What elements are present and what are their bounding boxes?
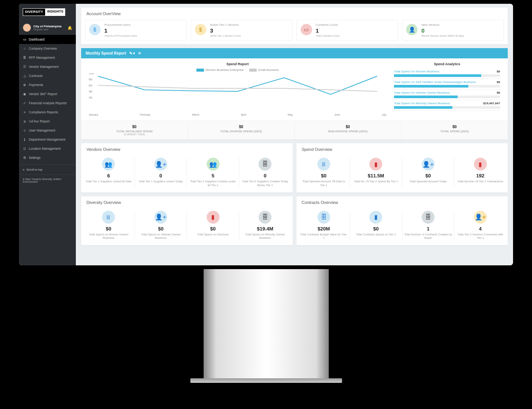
sidebar-item-settings[interactable]: ⚙Settings <box>19 153 76 162</box>
analytics-label: Total Spend On Women Business <box>394 70 439 73</box>
user-row[interactable]: City of Philadelphia Regular user 🔔 <box>19 20 76 35</box>
sidebar-footer: A Step Towards Diversity Unified Environ… <box>19 175 76 186</box>
nav-icon: ≣ <box>23 56 27 60</box>
stat-label: Total Tier-2 Suppliers Created Today Bel… <box>241 180 290 187</box>
edit-icon[interactable]: ✎ ▾ <box>129 51 135 55</box>
stat-icon: 👤+ <box>154 211 167 224</box>
main-content: Account OverView $Procurement Users1Tota… <box>76 4 513 265</box>
kpi-sublabel: Total No.Of Procurment Users <box>104 34 183 37</box>
analytics-title: Spend Analytics <box>394 62 500 66</box>
nav-icon: ⫿ <box>23 138 27 141</box>
stat-icon: 👤+ <box>154 158 167 171</box>
sidebar-item-location-management[interactable]: ⊙Location Management <box>19 144 76 153</box>
stat-card: 🗄$19.4MTotal Spend on Minority Owned Bus… <box>239 211 291 240</box>
nav-icon: ⊕ <box>23 83 27 87</box>
spend-analytics: Spend Analytics Total Spend On Women Bus… <box>390 62 504 117</box>
sidebar-item-financial-analysis-reports[interactable]: ⤢Financial Analysis Reports <box>19 99 76 108</box>
total-sublabel: [CURRENT YEAR] <box>83 133 186 136</box>
bell-icon[interactable]: 🔔 <box>67 26 72 30</box>
stat-icon: 🗄 <box>259 211 271 224</box>
nav-label: Department Management <box>29 138 65 141</box>
sidebar: DIVERSITY INSIGHTS City of Philadelphia … <box>19 4 76 265</box>
total-label: TOTAL SPEND (2023) <box>403 130 507 133</box>
sidebar-item-compliance-reports[interactable]: ≡Compliance Reports <box>19 108 76 117</box>
stat-card: 🗄1Total Number of Contracts Created by B… <box>402 211 454 240</box>
kpi-value: 1 <box>104 27 183 34</box>
stat-card: 🗄0Total Tier-2 Suppliers Created Today B… <box>239 158 291 187</box>
stat-card: 🗄$20MTotal Contracts Budget Value for Ti… <box>298 211 350 240</box>
scroll-to-top[interactable]: ʌ Scroll to top <box>19 165 76 175</box>
stat-value: $0 <box>84 226 133 232</box>
sidebar-item-dashboard[interactable]: ▭Dashboard <box>19 35 76 44</box>
legend-item: Women Business Enterprise <box>196 68 244 72</box>
sidebar-item-rfp-management[interactable]: ≣RFP Management <box>19 53 76 62</box>
stat-icon: ▮ <box>369 158 382 171</box>
nav-label: Dashboard <box>29 38 45 41</box>
panel-title: Spend Overview <box>297 143 508 155</box>
sidebar-item-user-management[interactable]: ☺User Management <box>19 126 76 135</box>
kpi-sublabel: Active Tier-1 Vendors Count <box>210 34 289 37</box>
nav-icon: ☰ <box>23 65 27 69</box>
kpi-value: 0 <box>421 27 500 34</box>
stat-card: ▮192Total Number Of Tier-1 Transactions <box>454 158 506 187</box>
stat-value: $0 <box>137 226 185 232</box>
stat-value: $20M <box>300 226 348 232</box>
stat-label: Total Number of Contracts Created by Buy… <box>404 233 453 240</box>
stat-icon: ⫼ <box>102 211 115 224</box>
stat-card: 👤+$0Total Spended Amount Today <box>402 158 454 187</box>
sidebar-item-department-management[interactable]: ⫿Department Management <box>19 135 76 144</box>
stat-card: ⫼$0Total Spended Amount Till Date to Tie… <box>298 158 350 187</box>
sidebar-item-vendor-management[interactable]: ☰Vendor Management <box>19 62 76 71</box>
x-label: April <box>241 113 246 116</box>
kpi-icon: 👤 <box>406 24 417 35</box>
stat-icon: 🗄 <box>422 211 435 224</box>
x-label: July <box>381 113 386 116</box>
svg-text:80: 80 <box>89 78 93 81</box>
analytics-row: Total Spend On Veteran Owned Business$0 <box>394 89 500 100</box>
analytics-label: Total Spend On Self Certified Small Disa… <box>394 80 476 84</box>
nav-icon: ⌂ <box>23 47 27 50</box>
kpi-icon: ▭ <box>301 24 312 35</box>
nav-icon: ☺ <box>23 128 27 132</box>
analytics-value: $0 <box>497 70 500 73</box>
monthly-spend-report-panel: Monthly Spend Report ✎ ▾ ✕ Spend Report … <box>81 48 508 139</box>
stat-card: 👥6Total Tier 1 Suppliers Joined till Dat… <box>83 158 135 187</box>
report-header: Monthly Spend Report ✎ ▾ ✕ <box>81 48 508 58</box>
stat-icon: 🗄 <box>259 158 271 171</box>
kpi-card: 👤New Vendors0Recent Vendors Joined Withi… <box>402 20 504 41</box>
stat-label: Total Spend on Minority Owned Business <box>241 233 290 240</box>
svg-text:100: 100 <box>89 73 94 75</box>
panel-title: Account OverView <box>81 8 508 20</box>
nav-label: Settings <box>29 156 41 160</box>
chart-title: Spend Report <box>89 62 386 66</box>
close-icon[interactable]: ✕ <box>138 51 141 55</box>
stat-value: 0 <box>137 173 185 179</box>
stat-icon: 👤+ <box>474 211 487 224</box>
nav-label: Ad-hoc Report <box>29 119 50 123</box>
stat-icon: ⫼ <box>317 158 330 171</box>
stat-label: Total Spend on Women Owned Business <box>84 233 133 240</box>
stat-value: 4 <box>456 226 505 232</box>
stat-value: $19.4M <box>241 226 290 232</box>
nav-label: Compliance Reports <box>29 110 58 114</box>
sidebar-item-company-overview[interactable]: ⌂Company Overview <box>19 44 76 53</box>
sidebar-item-vendor-360-report[interactable]: ◉Vendor 360° Report <box>19 89 76 99</box>
stat-card: 👤+$0Total Spend on Veteran Owned Busines… <box>135 211 187 240</box>
svg-text:20: 20 <box>89 96 93 99</box>
kpi-value: 3 <box>210 27 289 34</box>
nav-icon: ◉ <box>23 92 27 96</box>
stat-icon: 🗄 <box>317 211 330 224</box>
nav: ▭Dashboard⌂Company Overview≣RFP Manageme… <box>19 35 76 162</box>
stat-value: 1 <box>404 226 453 232</box>
analytics-value: $0 <box>497 91 500 94</box>
sidebar-item-ad-hoc-report[interactable]: ⫼Ad-hoc Report <box>19 117 76 126</box>
logo: DIVERSITY INSIGHTS <box>19 4 76 20</box>
total-value: $0 <box>296 125 400 129</box>
sidebar-item-payments[interactable]: ⊕Payments <box>19 80 76 89</box>
analytics-row: Total Spend On Minority Owned Business$1… <box>394 100 500 111</box>
kpi-icon: $ <box>89 24 100 35</box>
legend-item: Small Business <box>249 68 279 72</box>
sidebar-item-contracts[interactable]: △Contracts <box>19 71 76 80</box>
nav-icon: ≡ <box>23 110 27 114</box>
stat-label: Total Tier 1 Suppliers Joined Today <box>137 180 185 183</box>
